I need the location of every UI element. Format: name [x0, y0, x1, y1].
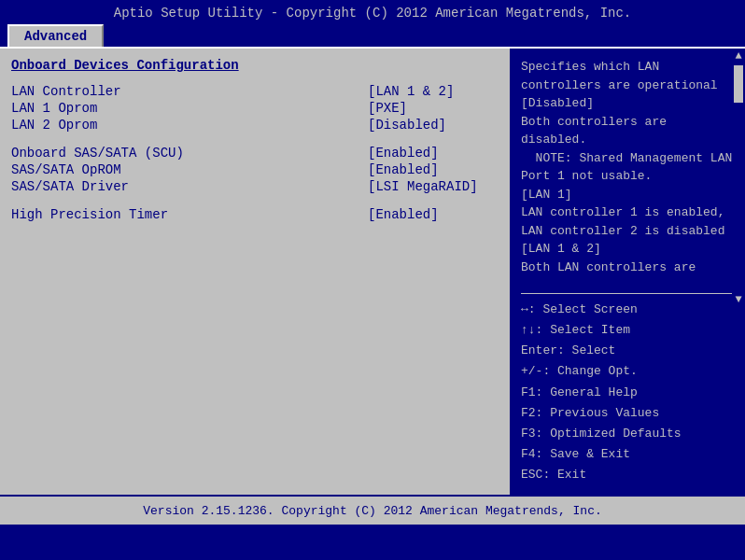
tab-row: Advanced — [0, 24, 745, 47]
scroll-up-arrow[interactable]: ▲ — [735, 50, 741, 62]
row-value: [Enabled] — [368, 146, 499, 161]
table-row[interactable]: SAS/SATA Driver [LSI MegaRAID] — [11, 179, 499, 194]
scrollbar[interactable]: ▲ ▼ — [732, 49, 745, 305]
footer-bar: Version 2.15.1236. Copyright (C) 2012 Am… — [0, 495, 745, 525]
row-value: [Enabled] — [368, 207, 499, 222]
row-value: [Enabled] — [368, 162, 499, 177]
spacer — [11, 196, 499, 207]
row-label: SAS/SATA Driver — [11, 179, 368, 194]
table-row[interactable]: LAN 2 Oprom [Disabled] — [11, 118, 499, 133]
help-line-1: Specifies which LAN controllers are oper… — [521, 60, 732, 274]
key-help-select-screen: ↔: Select Screen — [521, 300, 736, 320]
table-row[interactable]: Onboard SAS/SATA (SCU) [Enabled] — [11, 146, 499, 161]
help-text: Specifies which LAN controllers are oper… — [521, 58, 736, 294]
key-help-select-item: ↑↓: Select Item — [521, 320, 736, 341]
row-value: [PXE] — [368, 101, 499, 116]
row-label: LAN 2 Oprom — [11, 118, 368, 133]
scroll-thumb[interactable] — [734, 65, 743, 103]
main-content: Onboard Devices Configuration LAN Contro… — [0, 47, 745, 495]
footer-text: Version 2.15.1236. Copyright (C) 2012 Am… — [143, 504, 601, 518]
tab-advanced[interactable]: Advanced — [7, 24, 104, 47]
scroll-down-arrow[interactable]: ▼ — [735, 294, 741, 305]
key-help-section: ↔: Select Screen ↑↓: Select Item Enter: … — [521, 300, 736, 485]
key-help-enter: Enter: Select — [521, 341, 736, 361]
key-help-f2: F2: Previous Values — [521, 403, 736, 424]
key-help-f4: F4: Save & Exit — [521, 444, 736, 465]
row-value: [LAN 1 & 2] — [368, 84, 499, 99]
row-label: SAS/SATA OpROM — [11, 162, 368, 177]
header-title: Aptio Setup Utility - Copyright (C) 2012… — [114, 6, 632, 21]
key-help-f1: F1: General Help — [521, 383, 736, 403]
spacer — [11, 134, 499, 146]
row-value: [Disabled] — [368, 118, 499, 133]
section-title: Onboard Devices Configuration — [11, 58, 499, 73]
table-row[interactable]: SAS/SATA OpROM [Enabled] — [11, 162, 499, 177]
row-value: [LSI MegaRAID] — [368, 179, 499, 194]
row-label: High Precision Timer — [11, 207, 368, 222]
row-label: LAN 1 Oprom — [11, 101, 368, 116]
right-panel: ▲ ▼ Specifies which LAN controllers are … — [512, 49, 745, 495]
row-label: Onboard SAS/SATA (SCU) — [11, 146, 368, 161]
table-row[interactable]: LAN 1 Oprom [PXE] — [11, 101, 499, 116]
row-label: LAN Controller — [11, 84, 368, 99]
table-row[interactable]: High Precision Timer [Enabled] — [11, 207, 499, 222]
key-help-f3: F3: Optimized Defaults — [521, 424, 736, 444]
table-row[interactable]: LAN Controller [LAN 1 & 2] — [11, 84, 499, 99]
key-help-esc: ESC: Exit — [521, 465, 736, 485]
key-help-change: +/-: Change Opt. — [521, 361, 736, 382]
header-bar: Aptio Setup Utility - Copyright (C) 2012… — [0, 0, 745, 24]
left-panel: Onboard Devices Configuration LAN Contro… — [0, 49, 512, 495]
